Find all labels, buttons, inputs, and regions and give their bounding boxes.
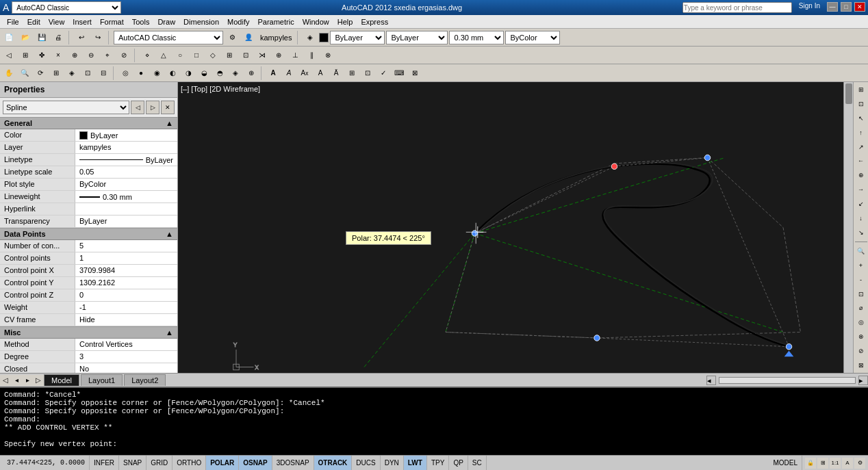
prop-icon-1[interactable]: ◁ [131,101,144,114]
rt-btn8[interactable]: → [854,183,869,196]
undo-btn[interactable]: ↩ [74,30,89,45]
tb3-vis1[interactable]: ◎ [118,66,133,81]
rt-btn3[interactable]: ↖ [854,112,869,125]
tb3-text8[interactable]: ✓ [376,66,391,81]
vp-icon[interactable]: ⊞ [817,458,828,469]
rt-btn7[interactable]: ⊕ [854,169,869,182]
tb2-snap9[interactable]: ⊕ [271,48,286,63]
tab-layout2[interactable]: Layout2 [124,374,166,386]
status-ortho[interactable]: ORTHO [173,456,206,470]
tb3-vis7[interactable]: ◓ [212,66,227,81]
workspace-select[interactable]: AutoCAD Classic [114,31,223,44]
tb2-snap3[interactable]: ○ [173,48,188,63]
menu-file[interactable]: File [3,16,23,27]
status-model[interactable]: MODEL [769,456,802,470]
tb3-text4[interactable]: A [313,66,328,81]
anno-icon[interactable]: A [842,458,853,469]
status-qp[interactable]: QP [449,456,468,470]
menu-dimension[interactable]: Dimension [179,16,223,27]
tb2-snap7[interactable]: ⊡ [238,48,253,63]
rt-btn2[interactable]: ⊡ [854,98,869,111]
tb3-view1[interactable]: ⊞ [49,66,64,81]
nav-next-btn[interactable]: ▸ [22,375,33,386]
tb2-snap1[interactable]: ⋄ [140,48,155,63]
rt-btn4[interactable]: ↑ [854,126,869,139]
tab-layout1[interactable]: Layout1 [81,374,123,386]
tb3-text7[interactable]: ⊡ [360,66,375,81]
datapoints-section-header[interactable]: Data Points ▲ [0,228,177,240]
nav-prev2-btn[interactable]: ◂ [11,375,22,386]
rt-btn16[interactable]: ⌀ [854,302,869,315]
tb3-text10[interactable]: ⊠ [407,66,422,81]
tb2-btn4[interactable]: × [51,48,66,63]
tb3-view4[interactable]: ⊟ [96,66,111,81]
rt-btn18[interactable]: ⊗ [854,330,869,343]
menu-edit[interactable]: Edit [23,16,44,27]
tab-model[interactable]: Model [44,374,79,386]
tb3-vis2[interactable]: ● [133,66,149,81]
status-ducs[interactable]: DUCS [352,456,380,470]
plot-btn[interactable]: 🖨 [51,30,66,45]
tb2-btn1[interactable]: ◁ [1,48,16,63]
maximize-button[interactable]: □ [841,2,852,12]
linetype-select[interactable]: ByLayer [386,31,448,44]
tb3-pan[interactable]: ✋ [1,66,16,81]
menu-help[interactable]: Help [333,16,357,27]
minimize-button[interactable]: — [827,2,838,12]
open-btn[interactable]: 📂 [18,30,33,45]
search-input[interactable] [682,2,792,13]
vertical-scrollbar[interactable] [843,82,853,373]
tb3-text2[interactable]: A [281,66,296,81]
tb2-snap11[interactable]: ∥ [304,48,319,63]
status-lwt[interactable]: LWT [404,456,427,470]
tb2-btn3[interactable]: ✤ [34,48,49,63]
status-grid[interactable]: GRID [146,456,173,470]
tb2-snap8[interactable]: ⋊ [255,48,270,63]
tb3-view2[interactable]: ◈ [64,66,79,81]
status-polar[interactable]: POLAR [206,456,239,470]
command-line[interactable]: Command: *Cancel* Command: Specify oppos… [0,387,868,455]
redo-btn[interactable]: ↪ [90,30,105,45]
rt-btn14[interactable]: - [854,273,869,286]
prop-icon-3[interactable]: ✕ [161,101,175,114]
tb3-vis4[interactable]: ◐ [165,66,180,81]
status-3dosnap[interactable]: 3DOSNAP [272,456,314,470]
rt-btn19[interactable]: ⊘ [854,344,869,357]
menu-insert[interactable]: Insert [68,16,96,27]
rt-btn9[interactable]: ↙ [854,198,869,211]
tb3-vis3[interactable]: ◉ [149,66,164,81]
tb2-snap4[interactable]: □ [189,48,204,63]
status-snap[interactable]: SNAP [119,456,146,470]
tb2-snap12[interactable]: ⊗ [320,48,335,63]
menu-draw[interactable]: Draw [153,16,179,27]
object-type-select[interactable]: Spline [3,101,129,114]
new-btn[interactable]: 📄 [1,30,16,45]
status-osnap[interactable]: OSNAP [239,456,272,470]
tb3-vis5[interactable]: ◑ [181,66,196,81]
tb3-text9[interactable]: ⌨ [392,66,407,81]
color-select[interactable]: ByLayer [330,31,385,44]
menu-parametric[interactable]: Parametric [253,16,298,27]
tb3-text6[interactable]: ⊞ [344,66,359,81]
tb2-btn5[interactable]: ⊕ [67,48,82,63]
menu-modify[interactable]: Modify [223,16,253,27]
general-section-header[interactable]: General ▲ [0,117,177,129]
rt-btn15[interactable]: ⊡ [854,287,869,300]
menu-express[interactable]: Express [357,16,392,27]
rt-btn20[interactable]: ⊠ [854,358,869,371]
nav-prev-btn[interactable]: ◁ [0,375,11,386]
status-infer[interactable]: INFER [90,456,119,470]
tb3-text3[interactable]: Ax [297,66,312,81]
rt-btn1[interactable]: ⊞ [854,83,869,96]
status-otrack[interactable]: OTRACK [314,456,353,470]
status-dyn[interactable]: DYN [381,456,404,470]
save-btn[interactable]: 💾 [34,30,49,45]
tb3-vis8[interactable]: ◈ [228,66,243,81]
match-prop-btn[interactable]: ◈ [303,30,318,45]
menu-window[interactable]: Window [298,16,333,27]
scroll-left-tab[interactable]: ◂ [706,376,716,385]
rt-btn17[interactable]: ◎ [854,316,869,329]
tb2-btn6[interactable]: ⊖ [84,48,99,63]
scale-icon[interactable]: 1:1 [830,458,841,469]
tb2-snap6[interactable]: ⊞ [222,48,237,63]
